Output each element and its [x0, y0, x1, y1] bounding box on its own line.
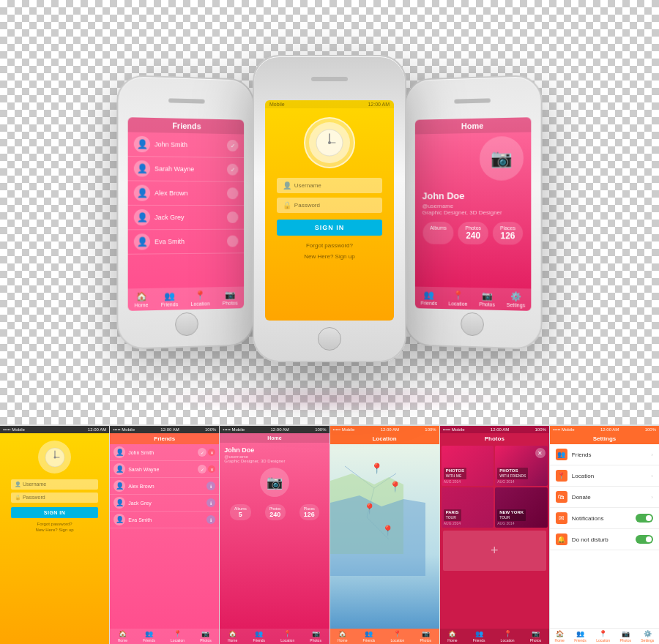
password-input[interactable]: 🔒 Password: [277, 198, 382, 213]
flat-nav-location-l[interactable]: 📍Location: [390, 630, 404, 643]
friend-item-2: 👤 Sarah Wayne ✓: [128, 157, 244, 182]
flat-forgot-link[interactable]: Forgot password?: [0, 521, 109, 527]
flat-friend-2: 👤 Sarah Wayne ✓ ✕: [110, 461, 219, 478]
settings-item-location[interactable]: 📍 Location ›: [550, 465, 659, 487]
phone-left: Friends 👤 John Smith ✓ 👤 Sarah Wayne ✓ 👤…: [116, 75, 254, 350]
nav-friends-r[interactable]: 👥Friends: [420, 290, 437, 306]
flat-username-field[interactable]: 👤 Username: [11, 479, 98, 490]
flat-x-2: ✕: [208, 465, 215, 473]
flat-avatar-3: 👤: [113, 480, 125, 492]
photo-add-button[interactable]: +: [443, 531, 546, 571]
flat-settings-title: Settings: [550, 433, 659, 444]
phone-right-home-btn[interactable]: [461, 312, 484, 337]
photo-cell-2: ✕ PHOTOSWITH FRIENDS AUG 2014: [495, 446, 548, 486]
settings-notifications-toggle[interactable]: [636, 514, 653, 523]
phones-container: Friends 👤 John Smith ✓ 👤 Sarah Wayne ✓ 👤…: [73, 18, 586, 399]
phone-right-speaker: [454, 98, 491, 103]
flat-photos-title: Photos: [440, 433, 549, 444]
flat-nav-location[interactable]: 📍Location: [171, 630, 185, 643]
nav-friends[interactable]: 👥Friends: [161, 291, 178, 307]
flat-friends-title: Friends: [110, 433, 219, 444]
flat-signup-link[interactable]: New Here? Sign up: [0, 527, 109, 533]
stat-photos: Photos 240: [458, 222, 488, 244]
flat-friend-3: 👤 Alex Brown ℹ: [110, 478, 219, 495]
settings-item-friends[interactable]: 👥 Friends ›: [550, 444, 659, 465]
flat-screen-location: ••••• Mobile 12:00 AM 100% Location 📍 📍 …: [330, 426, 440, 644]
flat-nav-photos-p[interactable]: 📷Photos: [530, 630, 542, 643]
username-input[interactable]: 👤 Username: [277, 178, 382, 193]
settings-nav-location[interactable]: 📍Location: [596, 630, 610, 643]
friend-avatar-3: 👤: [134, 185, 150, 201]
nav-location[interactable]: 📍Location: [191, 290, 210, 306]
phone-center-speaker: [311, 77, 348, 81]
settings-item-donate[interactable]: 🛍 Donate ›: [550, 487, 659, 508]
flat-screen-friends: ••••• Mobile 12:00 AM 100% Friends 👤 Joh…: [110, 426, 220, 644]
flat-photos-nav: 🏠Home 👥Friends 📍Location 📷Photos: [440, 629, 549, 644]
nav-photos-r[interactable]: 📷Photos: [479, 291, 495, 307]
settings-item-notifications[interactable]: ✉ Notifications: [550, 508, 659, 529]
flat-login-clock: [38, 441, 71, 473]
flat-location-title: Location: [330, 433, 439, 444]
flat-nav-friends[interactable]: 👥Friends: [143, 630, 155, 643]
flat-sign-in-button[interactable]: SIGN IN: [11, 507, 98, 518]
phone-center: Mobile 12:00 AM: [253, 55, 406, 362]
flat-home-stats: Albums 5 Photos 240 Places 126: [220, 501, 329, 523]
settings-nav-home[interactable]: 🏠Home: [555, 630, 565, 643]
friends-nav: 🏠Home 👥Friends 📍Location 📷Photos: [128, 287, 244, 311]
flat-nav-location-h[interactable]: 📍Location: [280, 630, 294, 643]
photo-cell-1: PHOTOSWITH ME AUG 2014: [442, 446, 494, 486]
profile-handle: @username: [415, 203, 531, 209]
photo-cell-4: NEW YORKTOUR AUG 2014: [495, 487, 548, 528]
flat-screen-home: ••••• Mobile 12:00 AM 100% Home John Doe…: [220, 426, 330, 644]
flat-info-3: ℹ: [206, 482, 215, 490]
flat-screen-settings: ••••• Mobile 12:00 AM 100% Settings 👥 Fr…: [550, 426, 659, 644]
camera-icon: 📷: [480, 136, 524, 181]
flat-nav-home-h[interactable]: 🏠Home: [228, 630, 237, 643]
profile-avatar-area: 📷: [415, 132, 531, 184]
map-pin-3: 📍: [363, 503, 376, 514]
flat-nav-home[interactable]: 🏠Home: [118, 630, 127, 643]
settings-dnd-toggle[interactable]: [636, 535, 653, 544]
svg-point-3: [328, 141, 331, 144]
friend-check-5: [227, 236, 238, 247]
flat-nav-friends-h[interactable]: 👥Friends: [253, 630, 265, 643]
nav-settings-r[interactable]: ⚙️Settings: [507, 291, 526, 308]
flat-friend-5: 👤 Eva Smith ℹ: [110, 512, 219, 528]
flat-location-status: ••••• Mobile 12:00 AM 100%: [330, 426, 439, 433]
flat-nav-location-p[interactable]: 📍Location: [501, 630, 515, 643]
flat-home-status: ••••• Mobile 12:00 AM 100%: [220, 426, 329, 433]
flat-nav-home-p[interactable]: 🏠Home: [447, 630, 457, 643]
settings-nav-settings[interactable]: ⚙️Settings: [641, 630, 654, 643]
map-pin-4: 📍: [381, 525, 394, 536]
stat-albums: Albums: [422, 222, 453, 244]
settings-item-dnd[interactable]: 🔔 Do not disturb: [550, 529, 659, 550]
flat-nav-friends-p[interactable]: 👥Friends: [473, 630, 485, 643]
photo-add-row: +: [440, 529, 549, 572]
screen-profile: Home 📷 John Doe @username Graphic Design…: [415, 117, 531, 311]
friend-avatar-2: 👤: [134, 160, 150, 176]
flat-nav-photos-h[interactable]: 📷Photos: [310, 630, 321, 643]
friend-check-4: [227, 211, 238, 223]
flat-stat-photos: Photos 240: [265, 504, 286, 520]
phone-left-home-btn[interactable]: [175, 312, 198, 337]
nav-home[interactable]: 🏠Home: [135, 291, 149, 308]
flat-password-field[interactable]: 🔒 Password: [11, 493, 98, 503]
phone-left-speaker: [168, 98, 205, 103]
phone-center-home-btn[interactable]: [318, 327, 341, 351]
flat-info-4: ℹ: [206, 498, 215, 507]
nav-photos[interactable]: 📷Photos: [223, 290, 238, 306]
settings-donate-arrow: ›: [651, 494, 653, 501]
nav-location-r[interactable]: 📍Location: [448, 290, 467, 306]
flat-nav-photos-l[interactable]: 📷Photos: [420, 630, 432, 643]
flat-nav-photos[interactable]: 📷Photos: [200, 630, 212, 643]
settings-friends-arrow: ›: [651, 452, 653, 458]
signup-link[interactable]: New Here? Sign up: [304, 253, 354, 260]
top-phones-section: Friends 👤 John Smith ✓ 👤 Sarah Wayne ✓ 👤…: [0, 0, 659, 417]
settings-nav-photos[interactable]: 📷Photos: [619, 630, 631, 643]
settings-nav-friends[interactable]: 👥Friends: [574, 630, 587, 643]
flat-nav-home-l[interactable]: 🏠Home: [338, 630, 347, 643]
phone-left-screen: Friends 👤 John Smith ✓ 👤 Sarah Wayne ✓ 👤…: [128, 117, 244, 311]
sign-in-button[interactable]: SIGN IN: [277, 220, 382, 236]
flat-nav-friends-l[interactable]: 👥Friends: [363, 630, 376, 643]
forgot-password-link[interactable]: Forgot password?: [306, 242, 353, 249]
